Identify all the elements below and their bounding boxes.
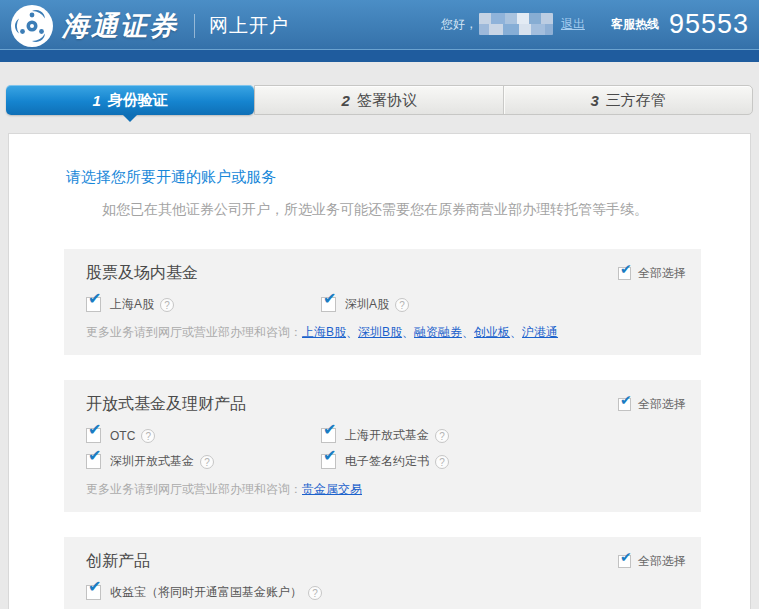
check-mark-icon: ✔ — [88, 422, 101, 438]
help-icon[interactable]: ? — [435, 429, 449, 443]
service-section: 股票及场内基金 ✔ 全部选择 ✔上海A股?✔深圳A股? 更多业务请到网厅或营业部… — [64, 249, 701, 355]
help-icon[interactable]: ? — [141, 429, 155, 443]
greeting-text: 您好， — [441, 16, 477, 33]
service-checkbox-item[interactable]: ✔上海A股? — [86, 296, 321, 313]
checkbox-checked-icon[interactable]: ✔ — [618, 267, 631, 280]
checkbox-checked-icon[interactable]: ✔ — [321, 428, 336, 443]
more-services-prefix: 更多业务请到网厅或营业部办理和咨询： — [86, 325, 302, 339]
service-label: 收益宝（将同时开通富国基金账户） — [110, 584, 302, 601]
more-service-link[interactable]: 融资融券 — [414, 325, 462, 339]
service-section: 开放式基金及理财产品 ✔ 全部选择 ✔OTC?✔上海开放式基金?✔深圳开放式基金… — [64, 380, 701, 512]
service-checkbox-item[interactable]: ✔深圳A股? — [321, 296, 686, 313]
select-all-checkbox[interactable]: ✔ 全部选择 — [618, 265, 686, 282]
check-mark-icon: ✔ — [323, 448, 336, 464]
link-separator: 、 — [346, 325, 358, 339]
link-separator: 、 — [510, 325, 522, 339]
step-number: 2 — [342, 92, 350, 109]
checkbox-checked-icon[interactable]: ✔ — [86, 297, 101, 312]
checkbox-checked-icon[interactable]: ✔ — [86, 585, 101, 600]
username-redacted — [479, 13, 553, 35]
step-number: 1 — [92, 92, 100, 109]
section-title: 开放式基金及理财产品 — [86, 394, 618, 415]
select-all-checkbox[interactable]: ✔ 全部选择 — [618, 553, 686, 570]
hotline-label: 客服热线 — [611, 16, 659, 33]
check-mark-icon: ✔ — [88, 291, 101, 307]
select-all-label: 全部选择 — [638, 265, 686, 282]
step-tabbar: 1 身份验证 2 签署协议 3 三方存管 — [6, 85, 753, 115]
check-mark-icon: ✔ — [620, 262, 632, 276]
section-items: ✔上海A股?✔深圳A股? — [86, 296, 686, 313]
service-label: 上海A股 — [110, 296, 154, 313]
more-service-link[interactable]: 创业板 — [474, 325, 510, 339]
more-service-link[interactable]: 沪港通 — [522, 325, 558, 339]
user-area: 您好， 退出 客服热线 95553 — [441, 0, 749, 48]
help-icon[interactable]: ? — [200, 455, 214, 469]
product-title: 网上开户 — [209, 13, 289, 39]
checkbox-checked-icon[interactable]: ✔ — [86, 428, 101, 443]
active-tab-arrow-icon — [123, 115, 137, 122]
more-services-line: 更多业务请到网厅或营业部办理和咨询：贵金属交易 — [86, 481, 686, 498]
help-icon[interactable]: ? — [160, 298, 174, 312]
check-mark-icon: ✔ — [620, 393, 632, 407]
checkbox-checked-icon[interactable]: ✔ — [86, 454, 101, 469]
transfer-note: 如您已在其他证券公司开户，所选业务可能还需要您在原券商营业部办理转托管等手续。 — [102, 201, 701, 219]
sections: 股票及场内基金 ✔ 全部选择 ✔上海A股?✔深圳A股? 更多业务请到网厅或营业部… — [64, 249, 701, 609]
brand-area: 海通证券 网上开户 — [10, 3, 289, 49]
check-mark-icon: ✔ — [88, 448, 101, 464]
select-all-checkbox[interactable]: ✔ 全部选择 — [618, 396, 686, 413]
more-services-line: 更多业务请到网厅或营业部办理和咨询：上海B股、深圳B股、融资融券、创业板、沪港通 — [86, 324, 686, 341]
section-title: 股票及场内基金 — [86, 263, 618, 284]
section-header: 创新产品 ✔ 全部选择 — [86, 551, 686, 572]
section-items: ✔收益宝（将同时开通富国基金账户）? — [86, 584, 686, 601]
haitong-logo-icon — [10, 4, 54, 48]
brand-divider — [194, 14, 195, 38]
help-icon[interactable]: ? — [395, 298, 409, 312]
logout-link[interactable]: 退出 — [561, 16, 585, 33]
link-separator: 、 — [462, 325, 474, 339]
tab-step-1-identity[interactable]: 1 身份验证 — [6, 85, 254, 115]
select-all-label: 全部选择 — [638, 396, 686, 413]
check-mark-icon: ✔ — [88, 579, 101, 595]
step-label: 身份验证 — [108, 91, 168, 110]
hotline-number: 95553 — [669, 9, 749, 40]
service-section: 创新产品 ✔ 全部选择 ✔收益宝（将同时开通富国基金账户）? — [64, 537, 701, 609]
more-service-link[interactable]: 贵金属交易 — [302, 482, 362, 496]
checkbox-checked-icon[interactable]: ✔ — [321, 297, 336, 312]
check-mark-icon: ✔ — [323, 422, 336, 438]
brand-name: 海通证券 — [62, 8, 178, 44]
section-items: ✔OTC?✔上海开放式基金?✔深圳开放式基金?✔电子签名约定书? — [86, 427, 686, 470]
help-icon[interactable]: ? — [308, 586, 322, 600]
step-number: 3 — [590, 92, 598, 109]
service-label: 深圳开放式基金 — [110, 453, 194, 470]
service-checkbox-item[interactable]: ✔深圳开放式基金? — [86, 453, 321, 470]
checkbox-checked-icon[interactable]: ✔ — [321, 454, 336, 469]
link-separator: 、 — [402, 325, 414, 339]
service-checkbox-item[interactable]: ✔收益宝（将同时开通富国基金账户）? — [86, 584, 321, 601]
tab-step-3-depository[interactable]: 3 三方存管 — [503, 86, 752, 114]
more-service-link[interactable]: 深圳B股 — [358, 325, 402, 339]
step-label: 三方存管 — [606, 91, 666, 110]
page-title: 请选择您所要开通的账户或服务 — [66, 168, 701, 187]
service-label: OTC — [110, 429, 135, 443]
service-checkbox-item[interactable]: ✔上海开放式基金? — [321, 427, 686, 444]
help-icon[interactable]: ? — [435, 455, 449, 469]
header-bottom-strip — [0, 49, 759, 62]
checkbox-checked-icon[interactable]: ✔ — [618, 555, 631, 568]
checkbox-checked-icon[interactable]: ✔ — [618, 398, 631, 411]
service-checkbox-item[interactable]: ✔电子签名约定书? — [321, 453, 686, 470]
service-label: 电子签名约定书 — [345, 453, 429, 470]
section-header: 开放式基金及理财产品 ✔ 全部选择 — [86, 394, 686, 415]
tab-step-2-agreements[interactable]: 2 签署协议 — [255, 86, 503, 114]
app-header: 海通证券 网上开户 您好， 退出 客服热线 95553 — [0, 0, 759, 62]
more-services-prefix: 更多业务请到网厅或营业部办理和咨询： — [86, 482, 302, 496]
more-services-links: 贵金属交易 — [302, 482, 362, 496]
service-checkbox-item[interactable]: ✔OTC? — [86, 427, 321, 444]
more-service-link[interactable]: 上海B股 — [302, 325, 346, 339]
service-label: 上海开放式基金 — [345, 427, 429, 444]
step-label: 签署协议 — [357, 91, 417, 110]
inactive-tabs-group: 2 签署协议 3 三方存管 — [254, 85, 753, 115]
content-card: 请选择您所要开通的账户或服务 如您已在其他证券公司开户，所选业务可能还需要您在原… — [8, 133, 751, 609]
select-all-label: 全部选择 — [638, 553, 686, 570]
check-mark-icon: ✔ — [323, 291, 336, 307]
section-title: 创新产品 — [86, 551, 618, 572]
